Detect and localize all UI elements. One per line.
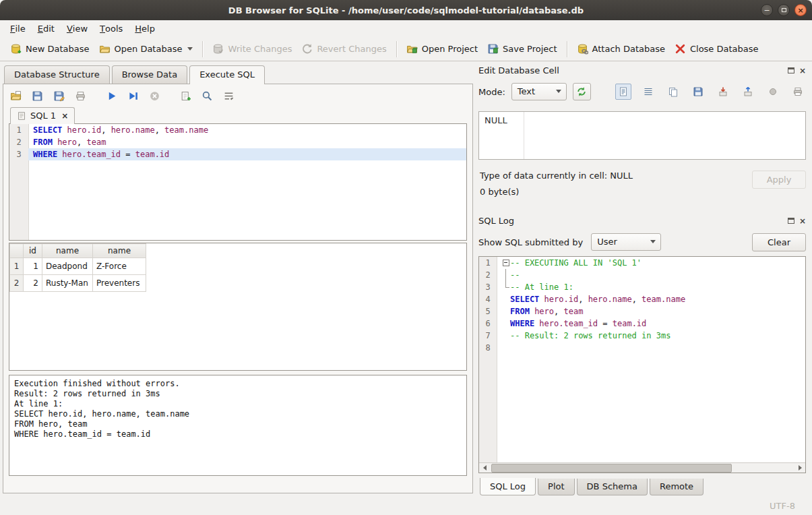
line-content: SELECT hero.id, hero.name, team.name <box>28 124 466 136</box>
titlebar[interactable]: DB Browser for SQLite - /home/user/code/… <box>0 0 812 20</box>
new-tab-icon[interactable] <box>180 90 191 102</box>
cell[interactable]: 1 <box>24 258 42 275</box>
word-wrap-icon[interactable] <box>223 90 235 102</box>
toolbar-button-close-database[interactable]: Close Database <box>670 40 763 58</box>
sql-tab-close-icon[interactable]: × <box>61 111 68 121</box>
dropdown-arrow-icon[interactable] <box>187 47 193 51</box>
results-table[interactable]: idnamename11DeadpondZ-Force22Rusty-ManPr… <box>9 243 146 292</box>
sql-tab[interactable]: SQL 1 × <box>10 107 75 124</box>
copy-icon[interactable] <box>665 84 681 100</box>
execute-line-icon[interactable] <box>127 90 139 102</box>
cell[interactable]: Deadpond <box>42 258 93 275</box>
close-panel-icon[interactable]: × <box>799 217 806 225</box>
justify-icon[interactable] <box>640 84 656 100</box>
stop-icon[interactable] <box>149 90 160 102</box>
bottom-tab-plot[interactable]: Plot <box>538 479 575 495</box>
toolbar-button-save-project[interactable]: Save Project <box>482 40 562 58</box>
line-number: 3 <box>9 148 28 160</box>
row-number[interactable]: 2 <box>10 275 24 292</box>
save-cell-icon[interactable] <box>690 84 706 100</box>
column-header-name-1[interactable]: name <box>42 244 93 258</box>
toolbar-button-open-database[interactable]: Open Database <box>94 40 198 58</box>
scrollbar-track[interactable] <box>490 463 794 473</box>
scrollbar-thumb[interactable] <box>491 464 732 473</box>
auto-switch-mode-button[interactable] <box>573 83 591 100</box>
minimize-icon: − <box>763 7 770 14</box>
revert-changes-icon <box>301 43 313 55</box>
print-icon[interactable] <box>75 90 86 102</box>
sql-log-header: SQL Log × <box>478 214 806 228</box>
menu-help[interactable]: Help <box>129 20 161 37</box>
code-line: 1-- EXECUTING ALL IN 'SQL 1' <box>479 257 805 269</box>
column-header-id-0[interactable]: id <box>24 244 42 258</box>
cell-content: NULL <box>485 115 507 125</box>
line-content: -- Result: 2 rows returned in 3ms <box>497 330 805 342</box>
save-as-icon[interactable] <box>53 90 65 102</box>
sql-log-view[interactable]: 1-- EXECUTING ALL IN 'SQL 1'2--3-- At li… <box>479 257 805 462</box>
apply-button[interactable]: Apply <box>752 171 806 189</box>
edit-cell-title: Edit Database Cell <box>478 65 559 75</box>
set-null-icon[interactable] <box>765 84 781 100</box>
execution-output[interactable]: Execution finished without errors.Result… <box>9 375 467 476</box>
text-document-icon[interactable] <box>615 84 631 100</box>
tab-execute-sql[interactable]: Execute SQL <box>189 65 265 84</box>
cell[interactable]: Preventers <box>93 275 146 292</box>
restore-button[interactable] <box>778 4 790 16</box>
cell[interactable]: Rusty-Man <box>42 275 93 292</box>
toolbar-button-open-project[interactable]: Open Project <box>402 40 482 58</box>
export-icon[interactable] <box>740 84 756 100</box>
cell[interactable]: 2 <box>24 275 42 292</box>
find-replace-icon[interactable] <box>201 90 213 102</box>
menu-edit[interactable]: Edit <box>32 20 61 37</box>
output-line: At line 1: <box>14 399 462 409</box>
save-sql-file-icon[interactable] <box>32 90 43 102</box>
mode-select[interactable]: Text <box>511 83 567 100</box>
sql-editor[interactable]: 1SELECT hero.id, hero.name, team.name2FR… <box>9 123 467 241</box>
scroll-left-icon[interactable] <box>479 463 490 473</box>
cell-editor[interactable]: NULL <box>478 111 806 160</box>
code-line: 2-- <box>479 269 805 281</box>
row-number[interactable]: 1 <box>10 258 24 275</box>
line-content: WHERE hero.team_id = team.id <box>28 148 466 160</box>
horizontal-scrollbar[interactable] <box>479 462 805 473</box>
close-button[interactable]: × <box>794 4 807 16</box>
sql-log-filter-value: User <box>597 237 617 247</box>
menu-tools[interactable]: Tools <box>94 20 129 37</box>
tab-browse-data[interactable]: Browse Data <box>112 65 188 84</box>
column-header-name-2[interactable]: name <box>93 244 146 258</box>
import-icon[interactable] <box>715 84 731 100</box>
toolbar-button-write-changes[interactable]: Write Changes <box>208 40 296 58</box>
fold-guide <box>501 305 510 317</box>
toolbar-button-attach-database[interactable]: Attach Database <box>572 40 670 58</box>
code-line: 4SELECT hero.id, hero.name, team.name <box>479 293 805 305</box>
tab-database-structure[interactable]: Database Structure <box>4 65 110 84</box>
toolbar-button-new-database[interactable]: New Database <box>5 40 94 58</box>
undock-panel-icon[interactable] <box>788 67 794 73</box>
toolbar-label-attach-database: Attach Database <box>592 44 665 54</box>
code-line: 6WHERE hero.team_id = team.id <box>479 317 805 330</box>
clear-log-button[interactable]: Clear <box>752 233 806 251</box>
execute-all-icon[interactable] <box>106 90 117 102</box>
bottom-tab-remote[interactable]: Remote <box>650 479 704 495</box>
fold-guide <box>501 293 510 305</box>
open-sql-file-icon[interactable] <box>10 90 22 102</box>
sql-log-filter-label: Show SQL submitted by <box>478 237 583 247</box>
scroll-right-icon[interactable] <box>794 463 805 473</box>
cell[interactable]: Z-Force <box>93 258 146 275</box>
menu-file[interactable]: File <box>4 20 32 37</box>
bottom-tab-db-schema[interactable]: DB Schema <box>577 479 648 495</box>
line-number: 1 <box>479 257 497 269</box>
bottom-tab-sql-log[interactable]: SQL Log <box>480 478 536 495</box>
minimize-button[interactable]: − <box>761 4 773 16</box>
toolbar-button-revert-changes[interactable]: Revert Changes <box>296 40 391 58</box>
print-cell-icon[interactable] <box>790 84 806 100</box>
fold-marker-icon[interactable] <box>501 257 510 269</box>
menu-view[interactable]: View <box>61 20 94 37</box>
save-project-icon <box>487 43 499 55</box>
close-panel-icon[interactable]: × <box>799 67 806 75</box>
undock-panel-icon[interactable] <box>788 218 794 224</box>
line-number: 5 <box>479 305 497 317</box>
code-line: 3-- At line 1: <box>479 281 805 293</box>
sql-log-filter-select[interactable]: User <box>591 233 661 251</box>
results-header-row: idnamename <box>10 244 146 258</box>
